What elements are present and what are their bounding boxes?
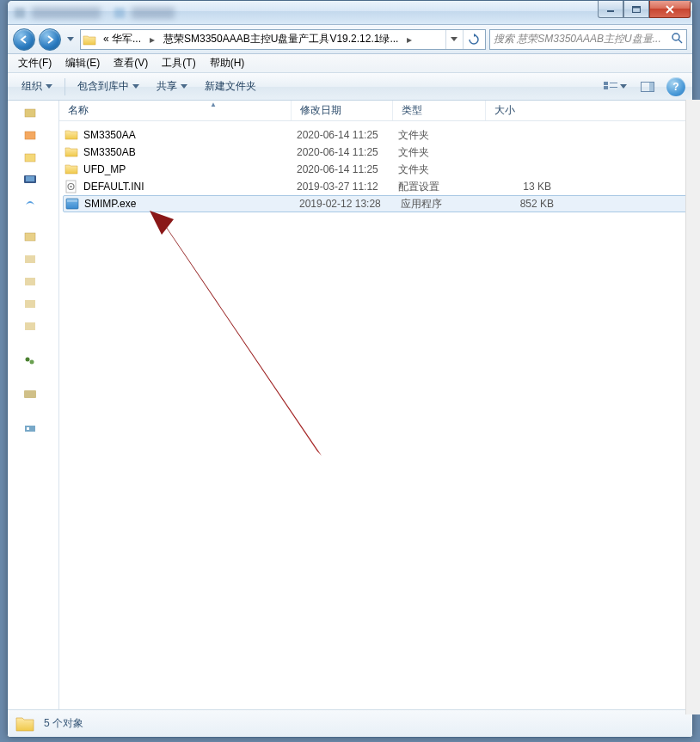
- search-placeholder: 搜索 慧荣SM3350AAAB主控U盘量...: [494, 32, 667, 46]
- tree-item[interactable]: [13, 106, 54, 121]
- close-button[interactable]: [649, 1, 691, 18]
- view-mode-button[interactable]: [601, 77, 629, 96]
- tree-item[interactable]: [13, 128, 54, 144]
- tree-item[interactable]: [13, 353, 54, 369]
- file-row[interactable]: SM3350AB2020-06-14 11:25文件夹: [59, 144, 692, 161]
- file-date: 2020-06-14 11:25: [297, 163, 398, 175]
- file-row[interactable]: SM3350AA2020-06-14 11:25文件夹: [59, 126, 692, 144]
- tree-item[interactable]: [13, 173, 54, 188]
- minimize-button[interactable]: [598, 1, 623, 18]
- svg-rect-12: [25, 132, 35, 139]
- svg-rect-25: [27, 427, 29, 430]
- menubar: 文件(F) 编辑(E) 查看(V) 工具(T) 帮助(H): [8, 54, 692, 73]
- tree-item[interactable]: [13, 319, 54, 334]
- column-name[interactable]: 名称: [59, 101, 292, 120]
- column-size[interactable]: 大小: [486, 101, 692, 120]
- file-size: 13 KB: [491, 181, 551, 193]
- file-type: 文件夹: [398, 163, 491, 177]
- menu-edit[interactable]: 编辑(E): [58, 54, 107, 72]
- menu-file[interactable]: 文件(F): [11, 54, 58, 72]
- svg-rect-13: [25, 154, 35, 162]
- nav-tree[interactable]: [8, 101, 59, 709]
- history-dropdown[interactable]: [64, 37, 77, 42]
- svg-rect-8: [610, 87, 617, 88]
- search-icon[interactable]: [671, 32, 683, 46]
- sort-indicator-icon: ▲: [210, 101, 217, 108]
- vertical-scrollbar[interactable]: [685, 100, 700, 714]
- tree-item[interactable]: [13, 252, 54, 267]
- svg-rect-11: [25, 109, 35, 117]
- file-row[interactable]: DEFAULT.INI2019-03-27 11:12配置设置13 KB: [59, 178, 692, 195]
- tree-item[interactable]: [13, 388, 54, 403]
- file-size: 852 KB: [494, 198, 554, 210]
- tree-item[interactable]: [13, 230, 54, 245]
- breadcrumb-arrow-icon[interactable]: ▸: [146, 34, 158, 46]
- svg-rect-0: [607, 10, 614, 12]
- share-button[interactable]: 共享: [150, 76, 194, 97]
- svg-rect-23: [24, 390, 36, 398]
- svg-rect-16: [25, 233, 35, 241]
- newfolder-button[interactable]: 新建文件夹: [198, 76, 263, 97]
- folder-icon: [64, 128, 78, 142]
- svg-rect-19: [25, 300, 35, 308]
- search-box[interactable]: 搜索 慧荣SM3350AAAB主控U盘量...: [489, 29, 687, 50]
- preview-pane-button[interactable]: [634, 77, 661, 96]
- tree-item[interactable]: [13, 195, 54, 211]
- include-button[interactable]: 包含到库中: [71, 76, 146, 97]
- organize-button[interactable]: 组织: [15, 76, 59, 97]
- tree-item[interactable]: [13, 274, 54, 290]
- explorer-window: « 华军... ▸ 慧荣SM3350AAAB主控U盘量产工具V19.2.12.1…: [7, 0, 693, 738]
- svg-rect-20: [25, 322, 35, 330]
- tree-item[interactable]: [13, 422, 54, 438]
- breadcrumb-seg-2[interactable]: 慧荣SM3350AAAB主控U盘量产工具V19.2.12.1绿...: [160, 32, 402, 46]
- svg-rect-17: [25, 255, 35, 263]
- maximize-button[interactable]: [623, 1, 649, 18]
- address-dropdown[interactable]: [445, 30, 461, 49]
- address-bar[interactable]: « 华军... ▸ 慧荣SM3350AAAB主控U盘量产工具V19.2.12.1…: [80, 29, 486, 50]
- file-name: UFD_MP: [83, 163, 297, 175]
- svg-rect-7: [610, 83, 617, 83]
- file-name: DEFAULT.INI: [83, 181, 297, 193]
- title-blurred: [15, 7, 175, 19]
- file-type: 文件夹: [398, 128, 491, 143]
- back-button[interactable]: [13, 28, 35, 51]
- svg-line-4: [679, 40, 682, 43]
- titlebar[interactable]: [8, 1, 692, 25]
- file-row[interactable]: SMIMP.exe2019-02-12 13:28应用程序852 KB: [63, 195, 689, 212]
- svg-rect-28: [71, 186, 72, 187]
- svg-rect-15: [26, 176, 34, 181]
- tree-item[interactable]: [13, 297, 54, 312]
- menu-view[interactable]: 查看(V): [107, 54, 155, 72]
- file-date: 2019-02-12 13:28: [299, 198, 401, 210]
- folder-icon: [64, 163, 78, 176]
- forward-button[interactable]: [39, 28, 61, 51]
- folder-icon: [15, 714, 35, 734]
- column-type[interactable]: 类型: [393, 101, 486, 120]
- file-name: SM3350AA: [83, 129, 297, 141]
- file-row[interactable]: UFD_MP2020-06-14 11:25文件夹: [59, 161, 692, 178]
- file-list[interactable]: SM3350AA2020-06-14 11:25文件夹SM3350AB2020-…: [59, 121, 692, 218]
- breadcrumb-seg-1[interactable]: « 华军...: [100, 32, 144, 46]
- column-headers: ▲ 名称 修改日期 类型 大小: [59, 101, 692, 121]
- help-button[interactable]: ?: [666, 77, 685, 96]
- svg-rect-24: [25, 426, 35, 432]
- svg-rect-18: [25, 278, 35, 285]
- annotation-arrow: [150, 211, 339, 469]
- toolbar: 组织 包含到库中 共享 新建文件夹 ?: [8, 73, 692, 101]
- column-date[interactable]: 修改日期: [292, 101, 393, 120]
- file-type: 应用程序: [401, 197, 494, 212]
- svg-point-21: [25, 358, 29, 362]
- exe-icon: [65, 197, 79, 211]
- file-name: SMIMP.exe: [84, 198, 299, 210]
- breadcrumb-arrow-icon[interactable]: ▸: [403, 34, 415, 46]
- menu-tools[interactable]: 工具(T): [155, 54, 202, 72]
- file-type: 配置设置: [398, 180, 491, 194]
- svg-point-3: [672, 34, 679, 40]
- svg-point-22: [29, 360, 34, 365]
- refresh-button[interactable]: [463, 30, 483, 49]
- status-text: 5 个对象: [44, 716, 83, 731]
- svg-rect-6: [604, 86, 608, 89]
- tree-item[interactable]: [13, 150, 54, 166]
- menu-help[interactable]: 帮助(H): [203, 54, 252, 72]
- svg-rect-10: [649, 83, 654, 91]
